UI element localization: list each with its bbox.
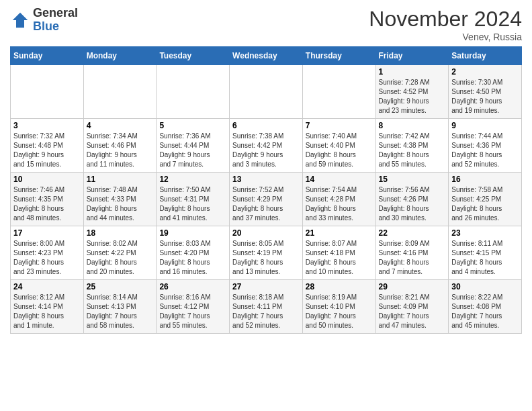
calendar-cell: 9Sunrise: 7:44 AM Sunset: 4:36 PM Daylig… (449, 119, 522, 173)
calendar-cell (83, 65, 157, 119)
calendar-cell: 6Sunrise: 7:38 AM Sunset: 4:42 PM Daylig… (230, 119, 303, 173)
svg-marker-0 (13, 13, 28, 28)
calendar-cell: 10Sunrise: 7:46 AM Sunset: 4:35 PM Dayli… (11, 173, 84, 226)
day-number: 8 (379, 121, 446, 130)
day-info: Sunrise: 8:02 AM Sunset: 4:22 PM Dayligh… (87, 239, 154, 277)
calendar-week-3: 10Sunrise: 7:46 AM Sunset: 4:35 PM Dayli… (11, 173, 522, 226)
calendar-cell (302, 65, 375, 119)
calendar-cell: 17Sunrise: 8:00 AM Sunset: 4:23 PM Dayli… (11, 226, 84, 280)
col-header-thursday: Thursday (302, 47, 375, 65)
day-info: Sunrise: 8:07 AM Sunset: 4:18 PM Dayligh… (306, 239, 373, 277)
calendar-cell: 24Sunrise: 8:12 AM Sunset: 4:14 PM Dayli… (11, 280, 84, 334)
day-number: 16 (451, 175, 519, 184)
col-header-monday: Monday (83, 47, 157, 65)
day-info: Sunrise: 7:36 AM Sunset: 4:44 PM Dayligh… (159, 132, 226, 169)
calendar-cell: 16Sunrise: 7:58 AM Sunset: 4:25 PM Dayli… (449, 173, 522, 226)
calendar-cell (11, 65, 84, 119)
day-info: Sunrise: 7:48 AM Sunset: 4:33 PM Dayligh… (87, 185, 154, 223)
day-number: 2 (451, 67, 519, 77)
calendar-cell: 26Sunrise: 8:16 AM Sunset: 4:12 PM Dayli… (157, 280, 230, 334)
day-number: 9 (451, 121, 519, 130)
calendar-cell: 19Sunrise: 8:03 AM Sunset: 4:20 PM Dayli… (157, 226, 230, 280)
day-info: Sunrise: 7:28 AM Sunset: 4:52 PM Dayligh… (379, 78, 446, 116)
day-info: Sunrise: 8:21 AM Sunset: 4:09 PM Dayligh… (379, 293, 446, 330)
day-number: 29 (379, 282, 446, 291)
calendar-cell: 7Sunrise: 7:40 AM Sunset: 4:40 PM Daylig… (302, 119, 375, 173)
day-info: Sunrise: 7:52 AM Sunset: 4:29 PM Dayligh… (232, 185, 300, 223)
calendar-cell: 29Sunrise: 8:21 AM Sunset: 4:09 PM Dayli… (375, 280, 449, 334)
calendar-cell: 20Sunrise: 8:05 AM Sunset: 4:19 PM Dayli… (230, 226, 303, 280)
day-number: 30 (451, 282, 519, 291)
calendar-table: SundayMondayTuesdayWednesdayThursdayFrid… (10, 46, 522, 334)
day-info: Sunrise: 8:16 AM Sunset: 4:12 PM Dayligh… (159, 293, 226, 330)
calendar-cell (230, 65, 303, 119)
day-number: 10 (13, 175, 81, 184)
day-info: Sunrise: 8:05 AM Sunset: 4:19 PM Dayligh… (232, 239, 300, 277)
calendar-cell: 23Sunrise: 8:11 AM Sunset: 4:15 PM Dayli… (449, 226, 522, 280)
calendar-cell: 2Sunrise: 7:30 AM Sunset: 4:50 PM Daylig… (449, 65, 522, 119)
col-header-wednesday: Wednesday (230, 47, 303, 65)
day-number: 12 (159, 175, 226, 184)
calendar-header-row: SundayMondayTuesdayWednesdayThursdayFrid… (11, 47, 522, 65)
day-number: 20 (232, 228, 300, 238)
day-number: 4 (87, 121, 154, 130)
calendar-cell (157, 65, 230, 119)
day-info: Sunrise: 7:46 AM Sunset: 4:35 PM Dayligh… (13, 185, 81, 223)
calendar-cell: 12Sunrise: 7:50 AM Sunset: 4:31 PM Dayli… (157, 173, 230, 226)
day-info: Sunrise: 8:03 AM Sunset: 4:20 PM Dayligh… (159, 239, 226, 277)
day-info: Sunrise: 8:14 AM Sunset: 4:13 PM Dayligh… (87, 293, 154, 330)
day-number: 3 (13, 121, 81, 130)
day-info: Sunrise: 7:32 AM Sunset: 4:48 PM Dayligh… (13, 132, 81, 169)
col-header-friday: Friday (375, 47, 449, 65)
calendar-cell: 18Sunrise: 8:02 AM Sunset: 4:22 PM Dayli… (83, 226, 157, 280)
page-header: General Blue November 2024 Venev, Russia (10, 7, 522, 42)
col-header-sunday: Sunday (11, 47, 84, 65)
day-number: 27 (232, 282, 300, 291)
calendar-cell: 30Sunrise: 8:22 AM Sunset: 4:08 PM Dayli… (449, 280, 522, 334)
calendar-cell: 8Sunrise: 7:42 AM Sunset: 4:38 PM Daylig… (375, 119, 449, 173)
logo: General Blue (10, 7, 78, 34)
calendar-week-1: 1Sunrise: 7:28 AM Sunset: 4:52 PM Daylig… (11, 65, 522, 119)
calendar-cell: 5Sunrise: 7:36 AM Sunset: 4:44 PM Daylig… (157, 119, 230, 173)
month-title: November 2024 (369, 7, 522, 32)
day-info: Sunrise: 7:54 AM Sunset: 4:28 PM Dayligh… (306, 185, 373, 223)
day-number: 15 (379, 175, 446, 184)
day-info: Sunrise: 7:38 AM Sunset: 4:42 PM Dayligh… (232, 132, 300, 169)
calendar-week-5: 24Sunrise: 8:12 AM Sunset: 4:14 PM Dayli… (11, 280, 522, 334)
calendar-week-4: 17Sunrise: 8:00 AM Sunset: 4:23 PM Dayli… (11, 226, 522, 280)
calendar-cell: 1Sunrise: 7:28 AM Sunset: 4:52 PM Daylig… (375, 65, 449, 119)
day-info: Sunrise: 7:40 AM Sunset: 4:40 PM Dayligh… (306, 132, 373, 169)
day-info: Sunrise: 7:44 AM Sunset: 4:36 PM Dayligh… (451, 132, 519, 169)
calendar-cell: 4Sunrise: 7:34 AM Sunset: 4:46 PM Daylig… (83, 119, 157, 173)
day-number: 21 (306, 228, 373, 238)
calendar-cell: 21Sunrise: 8:07 AM Sunset: 4:18 PM Dayli… (302, 226, 375, 280)
day-info: Sunrise: 7:58 AM Sunset: 4:25 PM Dayligh… (451, 185, 519, 223)
day-number: 17 (13, 228, 81, 238)
logo-general-text: General (33, 6, 78, 19)
day-number: 19 (159, 228, 226, 238)
day-number: 13 (232, 175, 300, 184)
day-info: Sunrise: 7:56 AM Sunset: 4:26 PM Dayligh… (379, 185, 446, 223)
logo-icon (10, 10, 30, 30)
day-info: Sunrise: 7:50 AM Sunset: 4:31 PM Dayligh… (159, 185, 226, 223)
day-number: 25 (87, 282, 154, 291)
calendar-cell: 15Sunrise: 7:56 AM Sunset: 4:26 PM Dayli… (375, 173, 449, 226)
calendar-cell: 25Sunrise: 8:14 AM Sunset: 4:13 PM Dayli… (83, 280, 157, 334)
day-number: 24 (13, 282, 81, 291)
calendar-cell: 28Sunrise: 8:19 AM Sunset: 4:10 PM Dayli… (302, 280, 375, 334)
calendar-cell: 11Sunrise: 7:48 AM Sunset: 4:33 PM Dayli… (83, 173, 157, 226)
day-info: Sunrise: 8:11 AM Sunset: 4:15 PM Dayligh… (451, 239, 519, 277)
day-number: 1 (379, 67, 446, 77)
day-info: Sunrise: 7:34 AM Sunset: 4:46 PM Dayligh… (87, 132, 154, 169)
day-info: Sunrise: 8:19 AM Sunset: 4:10 PM Dayligh… (306, 293, 373, 330)
calendar-cell: 3Sunrise: 7:32 AM Sunset: 4:48 PM Daylig… (11, 119, 84, 173)
logo-blue-text: Blue (33, 19, 59, 33)
title-block: November 2024 Venev, Russia (369, 7, 522, 42)
day-number: 22 (379, 228, 446, 238)
day-number: 6 (232, 121, 300, 130)
day-info: Sunrise: 7:30 AM Sunset: 4:50 PM Dayligh… (451, 78, 519, 116)
day-info: Sunrise: 8:00 AM Sunset: 4:23 PM Dayligh… (13, 239, 81, 277)
calendar-cell: 13Sunrise: 7:52 AM Sunset: 4:29 PM Dayli… (230, 173, 303, 226)
day-info: Sunrise: 8:12 AM Sunset: 4:14 PM Dayligh… (13, 293, 81, 330)
day-number: 5 (159, 121, 226, 130)
